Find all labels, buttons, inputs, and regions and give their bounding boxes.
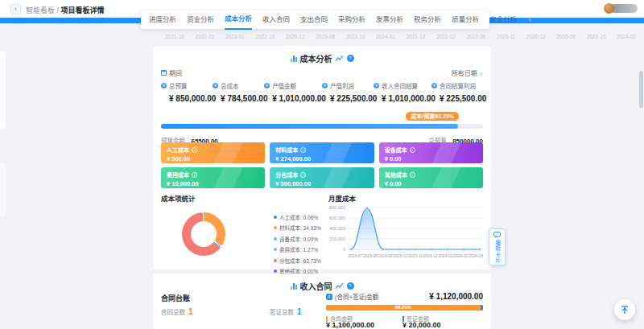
cost-card[interactable]: 分包成本 › ¥ 500,000.00: [270, 167, 374, 188]
bar-chart-icon: [291, 283, 297, 290]
y-tick: 400,000: [328, 226, 345, 231]
cost-section-header: 成本分析 ?: [153, 52, 491, 64]
tab-funds[interactable]: 资金分析: [187, 10, 214, 29]
chevron-right-icon: ›: [300, 147, 306, 153]
contract-count-value[interactable]: 1: [188, 307, 193, 316]
tab-safety[interactable]: 安全分析: [489, 10, 517, 29]
help-icon[interactable]: ?: [347, 55, 354, 62]
bg-date: 2022-02: [195, 34, 214, 39]
x-tick: 2023-10: [393, 253, 407, 258]
stat-output-profit: ¥ 产值利润 ¥ 225,500.00: [322, 81, 374, 103]
stat-settlement-profit: ¥ 合同结算利润 ¥ 225,500.00: [431, 81, 483, 103]
y-tick: 200,000: [328, 236, 345, 241]
cost-card-label: 材料成本: [275, 146, 298, 154]
cost-card-value: ¥ 500.00: [167, 155, 259, 162]
monthly-area: [351, 208, 480, 249]
bg-date: 2021-12: [407, 34, 426, 39]
cost-card-value: ¥ 10,000.00: [167, 180, 259, 187]
x-tick: 2023-07: [348, 253, 362, 258]
coin-icon: ¥: [264, 83, 270, 88]
edit-card-widget[interactable]: 编辑卡片: [489, 228, 506, 265]
legend-item: 人工成本: 0.06%: [274, 213, 321, 221]
total-amount-label: (合同+签证)金额: [335, 292, 378, 301]
tab-progress[interactable]: 进度分析: [149, 10, 176, 29]
bg-date: 2022-02: [436, 34, 456, 39]
tab-cost[interactable]: 成本分析: [225, 10, 252, 30]
stat-value: ¥ 784,500.00: [213, 94, 264, 103]
budget-progress-bar: [161, 124, 483, 129]
monthly-line-chart-svg: [348, 203, 483, 253]
coin-icon: ¥: [322, 83, 328, 88]
legend-label: 分包成本: 63.73%: [279, 257, 321, 265]
date-filter-dropdown[interactable]: 所有日期 ∨: [452, 68, 483, 77]
stat-label: 合同结算利润: [440, 81, 476, 90]
tab-expense-contract[interactable]: 支出合同: [300, 10, 328, 29]
stat-value: ¥ 225,500.00: [322, 94, 374, 103]
coin-icon: ¥: [213, 83, 218, 88]
breadcrumb-parent[interactable]: 智能看板: [26, 6, 55, 14]
donut-chart-title: 成本项统计: [161, 193, 196, 203]
x-tick: 2024-01: [438, 253, 452, 258]
cost-card[interactable]: 设备成本 › ¥ 0.00: [379, 142, 483, 163]
pin-icon: [620, 305, 630, 315]
avatar[interactable]: [604, 3, 614, 14]
cost-card[interactable]: 材料成本 › ¥ 274,000.00: [270, 142, 374, 163]
contract-count[interactable]: 合同总数1: [161, 307, 193, 316]
cost-card-label: 其他成本: [385, 171, 407, 179]
cost-card[interactable]: 人工成本 › ¥ 500.00: [161, 142, 265, 163]
income-section-title: 收入合同: [300, 280, 332, 292]
visa-amount-value: ¥ 20,000.00: [402, 321, 441, 329]
trend-icon: [336, 56, 344, 62]
contract-amount-bar: 98.21%: [326, 305, 483, 310]
contract-count-label: 合同总数: [161, 309, 185, 316]
stat-total-cost: ¥ 总成本 ¥ 784,500.00: [213, 81, 264, 103]
cost-card-value: ¥ 274,000.00: [275, 155, 368, 162]
scrollbar-thumb[interactable]: [639, 71, 643, 108]
cost-budget-ratio-badge: 成本/预算92.29%: [406, 112, 459, 121]
y-tick: 800,000: [328, 205, 345, 210]
bg-date: 2022-10: [587, 34, 606, 39]
x-tick: 2024-02: [453, 253, 468, 258]
edit-card-label: 编辑卡片: [493, 240, 502, 264]
period-row: 期间 所有日期 ∨: [161, 68, 483, 77]
legend-dot: [274, 259, 277, 262]
stat-value: ¥ 850,000.00: [161, 94, 213, 103]
bg-date: 2021-10: [165, 34, 184, 39]
chevron-down-icon[interactable]: ∨: [527, 16, 532, 23]
bar-chart-icon: [291, 56, 297, 62]
tab-procurement[interactable]: 采购分析: [338, 10, 365, 29]
stat-label: 总成本: [221, 81, 239, 90]
ledger-title: 合同台账: [161, 293, 190, 303]
stat-label: 总预算: [169, 81, 188, 90]
stat-output-amount: ¥ 产值金额 ¥ 1,010,000.00: [264, 81, 322, 103]
cost-card[interactable]: 其他成本 › ¥ 0.00: [379, 167, 483, 188]
user-pill[interactable]: [610, 4, 638, 13]
legend-label: 设备成本: 0.00%: [279, 235, 318, 243]
chevron-down-icon: ∨: [479, 71, 483, 76]
legend-label: 人工成本: 0.06%: [279, 213, 318, 221]
donut-legend: 人工成本: 0.06% 材料成本: 34.93% 设备成本: 0.00% 费用成…: [274, 213, 321, 278]
cost-card-label: 分包成本: [275, 171, 298, 179]
legend-dot: [274, 216, 277, 219]
background-panel-edge: [0, 51, 6, 129]
legend-item: 材料成本: 34.93%: [274, 224, 321, 232]
tab-tax[interactable]: 税务分析: [414, 10, 441, 29]
stat-value: ¥ 1,010,000.00: [264, 94, 322, 103]
stat-income-settlement: ¥ 收入合同结算 ¥ 1,010,000.00: [374, 81, 431, 103]
legend-label: 费用成本: 1.27%: [279, 245, 318, 253]
coin-icon: ¥: [374, 83, 379, 88]
cost-card-label: 人工成本: [167, 146, 189, 154]
visa-count-value[interactable]: 1: [297, 307, 302, 316]
visa-count[interactable]: 签证总数1: [270, 307, 302, 316]
stat-value: ¥ 225,500.00: [431, 94, 483, 103]
calendar-icon: [161, 70, 167, 76]
help-icon[interactable]: ?: [347, 282, 354, 290]
tab-income-contract[interactable]: 收入合同: [262, 10, 290, 29]
cost-card-label: 设备成本: [385, 146, 407, 154]
cost-analysis-card: 成本分析 ? 期间 所有日期 ∨ ¥ 总预算 ¥ 850,000.00: [153, 46, 491, 269]
tab-invoice[interactable]: 发票分析: [376, 10, 403, 29]
tab-quality[interactable]: 质量分析: [452, 10, 479, 29]
pin-button[interactable]: [614, 299, 635, 320]
back-button[interactable]: ‹: [10, 4, 21, 14]
cost-card[interactable]: 费用成本 › ¥ 10,000.00: [161, 167, 265, 188]
